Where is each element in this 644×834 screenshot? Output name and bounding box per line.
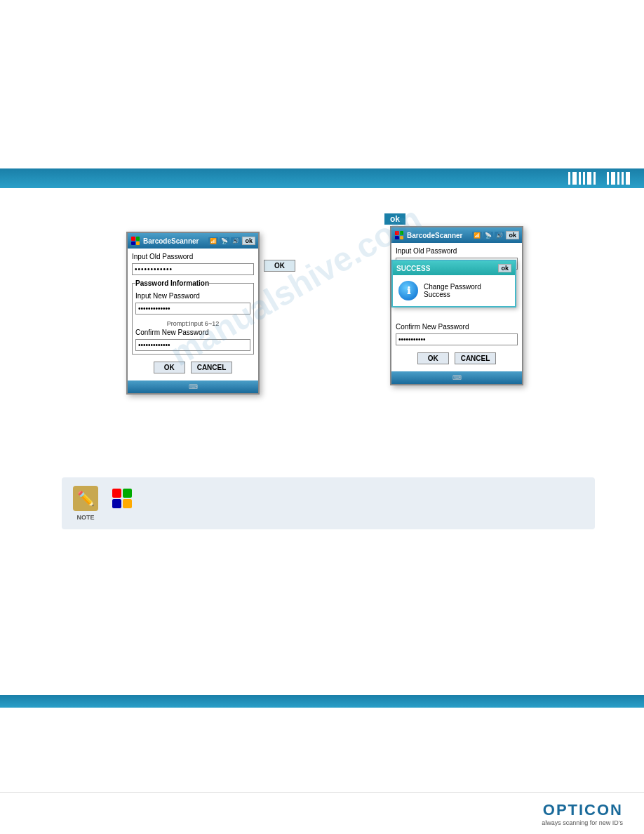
volume-icon: 🔊 xyxy=(231,237,241,245)
right-signal-icon: 📡 xyxy=(483,232,493,239)
right-dialog-bottom-bar: ⌨ xyxy=(391,371,522,384)
signal-icon: 📡 xyxy=(220,237,229,245)
ok-button-top-left[interactable]: OK xyxy=(264,258,295,272)
note-pencil-icon: ✏️ xyxy=(73,486,98,511)
ok-topleft-button[interactable]: OK xyxy=(264,260,295,272)
network-icon: 📶 xyxy=(208,237,218,245)
success-body: ℹ Change Password Success xyxy=(393,275,515,306)
barcode-decoration xyxy=(568,168,630,188)
left-confirm-password-label: Confirm New Password xyxy=(135,329,250,336)
left-dialog-titlebar: BarcodeScanner 📶 📡 🔊 ok xyxy=(128,233,258,249)
password-info-legend: Password Information xyxy=(135,279,209,287)
prompt-text: Prompt:Input 6~12 xyxy=(135,320,250,327)
left-old-password-input[interactable] xyxy=(132,263,254,275)
bottom-blue-bar xyxy=(0,695,644,708)
success-dialog: SUCCESS ok ℹ Change Password Success xyxy=(391,260,516,307)
right-old-password-label: Input Old Password xyxy=(396,247,518,255)
right-dialog-titlebar: BarcodeScanner 📶 📡 🔊 ok xyxy=(391,227,522,243)
success-titlebar: SUCCESS ok xyxy=(393,261,515,275)
brand-tagline: always scanning for new ID's xyxy=(542,819,623,826)
left-dialog: BarcodeScanner 📶 📡 🔊 ok Input Old Passwo… xyxy=(126,232,260,395)
keyboard-icon-left: ⌨ xyxy=(189,383,198,390)
left-ok-button[interactable]: OK xyxy=(154,362,185,373)
left-dialog-bottom-bar: ⌨ xyxy=(128,380,258,393)
right-dialog-win-logo xyxy=(394,230,404,240)
right-volume-icon: 🔊 xyxy=(495,232,504,239)
left-dialog-title-icons: 📶 📡 🔊 ok xyxy=(208,237,255,245)
left-dialog-title: BarcodeScanner xyxy=(143,237,208,245)
right-confirm-password-label: Confirm New Password xyxy=(396,323,518,331)
brand-text: OPTICON always scanning for new ID's xyxy=(542,801,623,826)
success-icon: ℹ xyxy=(398,281,418,300)
right-confirm-password-input[interactable] xyxy=(396,333,518,345)
note-windows-logo xyxy=(112,489,132,508)
success-message: Change Password Success xyxy=(424,283,509,298)
password-info-group: Password Information Input New Password … xyxy=(132,279,254,355)
left-old-password-label: Input Old Password xyxy=(132,253,254,260)
success-ok-badge[interactable]: ok xyxy=(498,264,511,272)
note-section: ✏️ NOTE xyxy=(62,477,595,529)
right-dialog-title-icons: 📶 📡 🔊 ok xyxy=(472,231,519,239)
left-dialog-body: Input Old Password Password Information … xyxy=(128,249,258,380)
left-new-password-input[interactable] xyxy=(135,303,250,315)
left-dialog-win-logo xyxy=(130,236,140,246)
right-dialog-title: BarcodeScanner xyxy=(407,232,472,239)
note-icon-wrap: ✏️ NOTE xyxy=(73,486,98,521)
right-ok-button[interactable]: OK xyxy=(417,352,449,364)
ok-button-top-right[interactable]: ok xyxy=(384,212,405,225)
left-new-password-label: Input New Password xyxy=(135,292,250,300)
success-title: SUCCESS xyxy=(396,265,430,272)
ok-top-button[interactable]: ok xyxy=(384,213,405,225)
brand-bar: OPTICON always scanning for new ID's xyxy=(0,792,644,834)
right-network-icon: 📶 xyxy=(472,232,482,239)
left-confirm-password-input[interactable] xyxy=(135,339,250,351)
note-label: NOTE xyxy=(76,514,94,521)
success-checkmark: ℹ xyxy=(407,285,410,296)
keyboard-icon-right: ⌨ xyxy=(452,374,462,381)
right-cancel-button[interactable]: CANCEL xyxy=(455,352,497,364)
right-dialog-buttons: OK CANCEL xyxy=(396,350,518,367)
left-dialog-ok-badge[interactable]: ok xyxy=(242,237,255,245)
left-cancel-button[interactable]: CANCEL xyxy=(191,362,233,373)
right-dialog-ok-badge[interactable]: ok xyxy=(506,231,519,239)
top-blue-bar xyxy=(0,168,644,188)
brand-name: OPTICON xyxy=(542,801,623,819)
left-dialog-buttons: OK CANCEL xyxy=(132,359,254,376)
